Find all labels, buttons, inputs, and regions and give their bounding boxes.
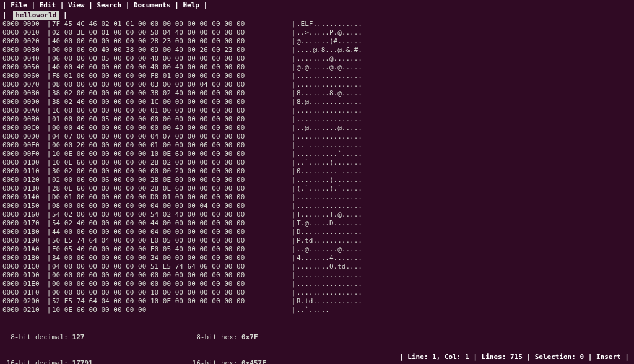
hex-row[interactable]: 0000 0070|08 00 00 00 00 00 00 00 03 00 …	[2, 80, 632, 89]
ascii-bytes[interactable]: ................	[297, 280, 362, 288]
hex-bytes[interactable]: 02 00 00 00 06 00 00 00 28 0E 00 00 00 0…	[52, 176, 290, 184]
hex-row[interactable]: 0000 0100|10 0E 60 00 00 00 00 00 28 02 …	[2, 158, 632, 167]
ascii-bytes[interactable]: ................	[297, 202, 362, 210]
hex-bytes[interactable]: D0 01 00 00 00 00 00 00 D0 01 00 00 00 0…	[52, 193, 290, 202]
hex-row[interactable]: 0000 01E0|00 00 00 00 00 00 00 00 00 00 …	[2, 280, 632, 288]
hex-row[interactable]: 0000 0120|02 00 00 00 06 00 00 00 28 0E …	[2, 176, 632, 184]
hex-row[interactable]: 0000 0110|30 02 00 00 00 00 00 00 00 00 …	[2, 167, 632, 176]
hex-row[interactable]: 0000 0160|54 02 00 00 00 00 00 00 54 02 …	[2, 210, 632, 219]
hex-bytes[interactable]: 44 00 00 00 00 00 00 00 04 00 00 00 00 0…	[52, 228, 290, 236]
hex-row[interactable]: 0000 0130|28 0E 60 00 00 00 00 00 28 0E …	[2, 184, 632, 193]
hex-bytes[interactable]: 01 00 00 00 05 00 00 00 00 00 00 00 00 0…	[52, 115, 290, 124]
hex-row[interactable]: 0000 0040|06 00 00 00 05 00 00 00 40 00 …	[2, 54, 632, 63]
hex-bytes[interactable]: 1C 00 00 00 00 00 00 00 01 00 00 00 00 0…	[52, 106, 290, 115]
ascii-bytes[interactable]: @.@.....@.@.....	[297, 63, 362, 72]
hex-bytes[interactable]: 30 02 00 00 00 00 00 00 00 00 20 00 00 0…	[52, 167, 290, 176]
hex-row[interactable]: 0000 0210|10 0E 60 00 00 00 00 00|..`...…	[2, 306, 632, 314]
ascii-bytes[interactable]: ........Q.td....	[297, 262, 362, 271]
ascii-bytes[interactable]: 8.......8.@.....	[297, 89, 362, 98]
ascii-bytes[interactable]: ..`.....(.......	[297, 158, 362, 167]
menu-edit[interactable]: Edit	[40, 1, 56, 9]
hex-bytes[interactable]: 00 00 00 00 00 00 00 00 00 00 00 00 00 0…	[52, 271, 290, 280]
hex-row[interactable]: 0000 0150|08 00 00 00 00 00 00 00 04 00 …	[2, 202, 632, 210]
hex-bytes[interactable]: 10 0E 60 00 00 00 00 00	[52, 306, 290, 314]
ascii-bytes[interactable]: ................	[297, 115, 362, 124]
tab-file[interactable]: helloworld	[13, 11, 59, 20]
hex-bytes[interactable]: 40 00 00 00 00 00 00 00 28 23 00 00 00 0…	[52, 37, 290, 46]
hex-row[interactable]: 0000 0170|54 02 40 00 00 00 00 00 44 00 …	[2, 219, 632, 228]
hex-bytes[interactable]: 00 00 20 00 00 00 00 00 01 00 00 00 06 0…	[52, 141, 290, 150]
ascii-bytes[interactable]: ................	[297, 72, 362, 80]
ascii-bytes[interactable]: T.@.....D.......	[297, 219, 362, 228]
hex-row[interactable]: 0000 0060|F8 01 00 00 00 00 00 00 F8 01 …	[2, 72, 632, 80]
ascii-bytes[interactable]: ..........`.....	[297, 150, 362, 158]
hex-bytes[interactable]: 08 00 00 00 00 00 00 00 03 00 00 00 04 0…	[52, 80, 290, 89]
hex-bytes[interactable]: 10 0E 60 00 00 00 00 00 28 02 00 00 00 0…	[52, 158, 290, 167]
hex-bytes[interactable]: 00 00 40 00 00 00 00 00 00 00 40 00 00 0…	[52, 124, 290, 132]
hex-bytes[interactable]: 34 00 00 00 00 00 00 00 34 00 00 00 00 0…	[52, 254, 290, 262]
hex-bytes[interactable]: 40 00 40 00 00 00 00 00 40 00 40 00 00 0…	[52, 63, 290, 72]
ascii-bytes[interactable]: .. .............	[297, 141, 362, 150]
ascii-bytes[interactable]: R.td............	[297, 297, 362, 306]
hex-bytes[interactable]: 02 00 3E 00 01 00 00 00 50 04 40 00 00 0…	[52, 28, 290, 37]
hex-row[interactable]: 0000 00C0|00 00 40 00 00 00 00 00 00 00 …	[2, 124, 632, 132]
hex-row[interactable]: 0000 01A0|E0 05 40 00 00 00 00 00 E0 05 …	[2, 245, 632, 254]
hex-row[interactable]: 0000 00D0|04 07 00 00 00 00 00 00 04 07 …	[2, 132, 632, 141]
menu-view[interactable]: View	[68, 1, 85, 9]
hex-row[interactable]: 0000 01F0|00 00 00 00 00 00 00 00 10 00 …	[2, 288, 632, 297]
hex-bytes[interactable]: 00 00 00 00 00 00 00 00 10 00 00 00 00 0…	[52, 288, 290, 297]
hex-bytes[interactable]: 54 02 40 00 00 00 00 00 44 00 00 00 00 0…	[52, 219, 290, 228]
hex-row[interactable]: 0000 00E0|00 00 20 00 00 00 00 00 01 00 …	[2, 141, 632, 150]
hex-row[interactable]: 0000 0080|38 02 00 00 00 00 00 00 38 02 …	[2, 89, 632, 98]
hex-dump-area[interactable]: 0000 0000|7F 45 4C 46 02 01 01 00 00 00 …	[0, 20, 634, 314]
ascii-bytes[interactable]: .ELF............	[297, 20, 362, 28]
ascii-bytes[interactable]: (.`.....(.`.....	[297, 184, 362, 193]
hex-bytes[interactable]: 50 E5 74 64 04 00 00 00 E0 05 00 00 00 0…	[52, 236, 290, 245]
ascii-bytes[interactable]: ................	[297, 132, 362, 141]
ascii-bytes[interactable]: D...............	[297, 228, 362, 236]
hex-bytes[interactable]: 7F 45 4C 46 02 01 01 00 00 00 00 00 00 0…	[52, 20, 290, 28]
hex-row[interactable]: 0000 0200|52 E5 74 64 04 00 00 00 10 0E …	[2, 297, 632, 306]
hex-bytes[interactable]: 00 00 00 00 40 00 38 00 09 00 40 00 26 0…	[52, 46, 290, 54]
ascii-bytes[interactable]: ..>.....P.@.....	[297, 28, 362, 37]
ascii-bytes[interactable]: ........@.......	[297, 54, 362, 63]
menu-file[interactable]: File	[11, 1, 27, 9]
menu-help[interactable]: Help	[183, 1, 199, 9]
hex-bytes[interactable]: 00 00 00 00 00 00 00 00 00 00 00 00 00 0…	[52, 280, 290, 288]
hex-row[interactable]: 0000 0010|02 00 3E 00 01 00 00 00 50 04 …	[2, 28, 632, 37]
ascii-bytes[interactable]: ....@.8...@.&.#.	[297, 46, 362, 54]
hex-bytes[interactable]: 28 0E 60 00 00 00 00 00 28 0E 60 00 00 0…	[52, 184, 290, 193]
hex-row[interactable]: 0000 0000|7F 45 4C 46 02 01 01 00 00 00 …	[2, 20, 632, 28]
hex-row[interactable]: 0000 0050|40 00 40 00 00 00 00 00 40 00 …	[2, 63, 632, 72]
hex-bytes[interactable]: 38 02 00 00 00 00 00 00 38 02 40 00 00 0…	[52, 89, 290, 98]
hex-row[interactable]: 0000 00A0|1C 00 00 00 00 00 00 00 01 00 …	[2, 106, 632, 115]
hex-bytes[interactable]: 04 07 00 00 00 00 00 00 04 07 00 00 00 0…	[52, 132, 290, 141]
hex-row[interactable]: 0000 0140|D0 01 00 00 00 00 00 00 D0 01 …	[2, 193, 632, 202]
hex-bytes[interactable]: E0 05 40 00 00 00 00 00 E0 05 40 00 00 0…	[52, 245, 290, 254]
hex-row[interactable]: 0000 0090|38 02 40 00 00 00 00 00 1C 00 …	[2, 98, 632, 106]
hex-row[interactable]: 0000 0020|40 00 00 00 00 00 00 00 28 23 …	[2, 37, 632, 46]
hex-bytes[interactable]: 06 00 00 00 05 00 00 00 40 00 00 00 00 0…	[52, 54, 290, 63]
ascii-bytes[interactable]: ................	[297, 271, 362, 280]
hex-bytes[interactable]: 38 02 40 00 00 00 00 00 1C 00 00 00 00 0…	[52, 98, 290, 106]
hex-row[interactable]: 0000 0030|00 00 00 00 40 00 38 00 09 00 …	[2, 46, 632, 54]
ascii-bytes[interactable]: ................	[297, 80, 362, 89]
hex-row[interactable]: 0000 00F0|10 0E 00 00 00 00 00 00 10 0E …	[2, 150, 632, 158]
ascii-bytes[interactable]: ..@.......@.....	[297, 124, 362, 132]
ascii-bytes[interactable]: ................	[297, 193, 362, 202]
ascii-bytes[interactable]: P.td............	[297, 236, 362, 245]
ascii-bytes[interactable]: ........(.......	[297, 176, 362, 184]
ascii-bytes[interactable]: T.......T.@.....	[297, 210, 362, 219]
ascii-bytes[interactable]: 4.......4.......	[297, 254, 362, 262]
hex-bytes[interactable]: 08 00 00 00 00 00 00 00 04 00 00 00 04 0…	[52, 202, 290, 210]
menu-documents[interactable]: Documents	[134, 1, 171, 9]
menu-search[interactable]: Search	[97, 1, 121, 9]
hex-row[interactable]: 0000 0190|50 E5 74 64 04 00 00 00 E0 05 …	[2, 236, 632, 245]
hex-row[interactable]: 0000 01C0|04 00 00 00 00 00 00 00 51 E5 …	[2, 262, 632, 271]
hex-row[interactable]: 0000 00B0|01 00 00 00 05 00 00 00 00 00 …	[2, 115, 632, 124]
hex-row[interactable]: 0000 01D0|00 00 00 00 00 00 00 00 00 00 …	[2, 271, 632, 280]
hex-bytes[interactable]: 10 0E 00 00 00 00 00 00 10 0E 60 00 00 0…	[52, 150, 290, 158]
ascii-bytes[interactable]: 8.@.............	[297, 98, 362, 106]
ascii-bytes[interactable]: ..@.......@.....	[297, 245, 362, 254]
hex-bytes[interactable]: 54 02 00 00 00 00 00 00 54 02 40 00 00 0…	[52, 210, 290, 219]
